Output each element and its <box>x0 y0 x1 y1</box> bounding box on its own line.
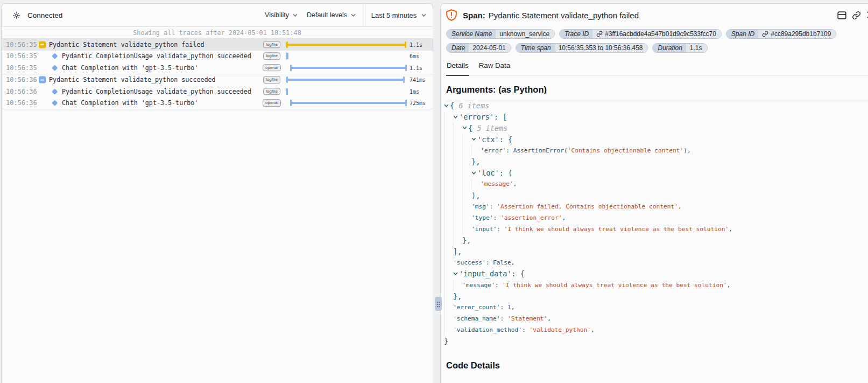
badge-value: #3ff16acbdde4a547b01d9c9c533fcc70 <box>592 30 721 38</box>
link-icon <box>596 31 603 37</box>
tab-raw-data[interactable]: Raw Data <box>478 61 511 75</box>
trace-row[interactable]: 10:56:36Pydantic Statement validate_pyth… <box>2 74 433 86</box>
duration-bar <box>286 41 406 48</box>
trace-timestamp: 10:56:36 <box>6 99 37 107</box>
duration-bar <box>286 88 288 95</box>
copy-link-icon[interactable] <box>852 11 861 20</box>
span-header: Span: Pydantic Statement validate_python… <box>446 4 868 21</box>
badge-label: Time span <box>516 44 555 52</box>
badge-row: Date2024-05-01Time span10:56:35.353 to 1… <box>446 43 868 53</box>
trace-row[interactable]: 10:56:35Chat Completion with 'gpt-3.5-tu… <box>2 62 433 74</box>
code-line: { 6 items <box>444 100 868 112</box>
trace-duration: 1ms <box>410 88 419 94</box>
trace-duration: 6ms <box>410 53 419 59</box>
arguments-code-block: { 6 items'errors': [{ 5 items'ctx': {'er… <box>444 100 868 347</box>
tab-details[interactable]: Details <box>446 61 469 76</box>
badge-value: 2024-05-01 <box>469 44 510 52</box>
panel-resize-handle[interactable] <box>435 297 442 311</box>
code-line: 'type': 'assertion_error', <box>444 212 868 224</box>
trace-duration: 725ms <box>410 100 426 106</box>
code-line: { 5 items <box>444 123 868 134</box>
trace-tag: logfire <box>261 88 283 95</box>
badge-label: Service Name <box>447 30 496 38</box>
collapse-chevron-icon[interactable] <box>471 137 476 142</box>
collapse-chevron-icon[interactable] <box>444 103 449 108</box>
visibility-menu[interactable]: Visibility <box>265 11 298 19</box>
connection-status: Connected <box>27 11 62 19</box>
code-line: 'error_count': 1, <box>444 302 868 313</box>
trace-group: 10:56:35Pydantic Statement validate_pyth… <box>2 39 433 74</box>
code-line: }, <box>444 291 868 302</box>
arguments-heading: Arguments: (as Python) <box>446 85 868 95</box>
settings-gear-icon[interactable] <box>12 11 20 19</box>
collapse-toggle-icon[interactable] <box>39 76 46 83</box>
trace-toolbar: Connected Visibility Default levels Last… <box>2 4 433 27</box>
trace-label: Chat Completion with 'gpt-3.5-turbo' <box>62 99 198 107</box>
trace-tag: openai <box>261 99 283 107</box>
collapse-chevron-icon[interactable] <box>453 115 458 120</box>
badge-value: unknown_service <box>496 30 554 38</box>
trace-label: Pydantic Statement validate_python faile… <box>49 41 204 48</box>
code-line: 'message': 'I think we should always tre… <box>444 280 868 291</box>
trace-row[interactable]: 10:56:35Pydantic CompletionUsage validat… <box>2 51 433 62</box>
collapse-chevron-icon[interactable] <box>471 171 476 176</box>
trace-timestamp: 10:56:36 <box>6 76 37 83</box>
badge-value: 1.1s <box>686 44 707 52</box>
code-line: 'loc': ( <box>444 168 868 179</box>
badge-service-name: Service Nameunknown_service <box>446 29 555 39</box>
badge-label: Duration <box>653 44 686 52</box>
code-line: 'message', <box>444 179 868 190</box>
collapse-chevron-icon[interactable] <box>453 271 458 276</box>
code-line: 'input_data': { <box>444 268 868 280</box>
trace-tag: logfire <box>261 41 283 48</box>
collapse-chevron-icon[interactable] <box>462 126 467 130</box>
duration-bar <box>290 100 407 106</box>
code-line: } <box>444 336 868 347</box>
badge-label: Date <box>447 44 469 52</box>
trace-row[interactable]: 10:56:36Pydantic CompletionUsage validat… <box>2 86 433 98</box>
code-line: 'error': AssertionError('Contains object… <box>444 145 868 156</box>
duration-bar <box>286 53 288 59</box>
traces-banner: Showing all traces after 2024-05-01 10:5… <box>2 27 433 39</box>
chevron-down-icon <box>292 12 298 18</box>
badge-label: Trace ID <box>560 30 592 38</box>
trace-tag: logfire <box>261 76 283 83</box>
span-header-actions <box>837 11 868 20</box>
trace-timestamp: 10:56:35 <box>6 41 37 48</box>
span-badges: Service Nameunknown_serviceTrace ID#3ff1… <box>446 29 868 53</box>
code-line: 'ctx': { <box>444 134 868 145</box>
trace-tag: logfire <box>261 52 283 60</box>
badge-trace-id: Trace ID#3ff16acbdde4a547b01d9c9c533fcc7… <box>559 29 722 39</box>
code-line: ], <box>444 246 868 257</box>
code-line: 'errors': [ <box>444 112 868 123</box>
trace-label: Pydantic CompletionUsage validate_python… <box>62 88 251 95</box>
collapse-toggle-icon[interactable] <box>39 41 46 48</box>
code-line: 'input': 'I think we should always treat… <box>444 224 868 235</box>
panel-layout-icon[interactable] <box>837 11 846 20</box>
badge-value: 10:56:35.353 to 10:56:36.458 <box>555 44 648 52</box>
code-details-heading: Code Details <box>446 360 868 371</box>
trace-label: Chat Completion with 'gpt-3.5-turbo' <box>62 64 198 72</box>
badge-date: Date2024-05-01 <box>446 43 511 53</box>
code-line: }, <box>444 156 868 168</box>
badge-span-id: Span ID#cc89a295db1b7109 <box>726 29 836 39</box>
trace-label: Pydantic Statement validate_python succe… <box>49 76 216 83</box>
time-range-menu[interactable]: Last 5 minutes <box>365 4 433 26</box>
code-line: 'schema_name': 'Statement', <box>444 313 868 324</box>
trace-group: 10:56:36Pydantic Statement validate_pyth… <box>2 74 433 110</box>
trace-row[interactable]: 10:56:35Pydantic Statement validate_pyth… <box>2 39 433 51</box>
trace-duration: 1.1s <box>410 41 422 47</box>
span-kind-label: Span: <box>463 11 485 20</box>
span-detail-panel: Span: Pydantic Statement validate_python… <box>440 3 868 383</box>
span-diamond-icon <box>52 65 58 71</box>
code-line: 'validation_method': 'validate_python', <box>444 324 868 336</box>
detail-tabs: DetailsRaw Data <box>446 61 868 76</box>
trace-label: Pydantic CompletionUsage validate_python… <box>62 52 251 60</box>
span-diamond-icon <box>52 88 58 94</box>
code-line: ), <box>444 190 868 201</box>
default-levels-menu[interactable]: Default levels <box>307 11 356 19</box>
badge-duration: Duration1.1s <box>652 43 707 53</box>
trace-timestamp: 10:56:35 <box>6 52 37 60</box>
trace-row[interactable]: 10:56:36Chat Completion with 'gpt-3.5-tu… <box>2 98 433 109</box>
chevron-down-icon <box>350 12 356 18</box>
